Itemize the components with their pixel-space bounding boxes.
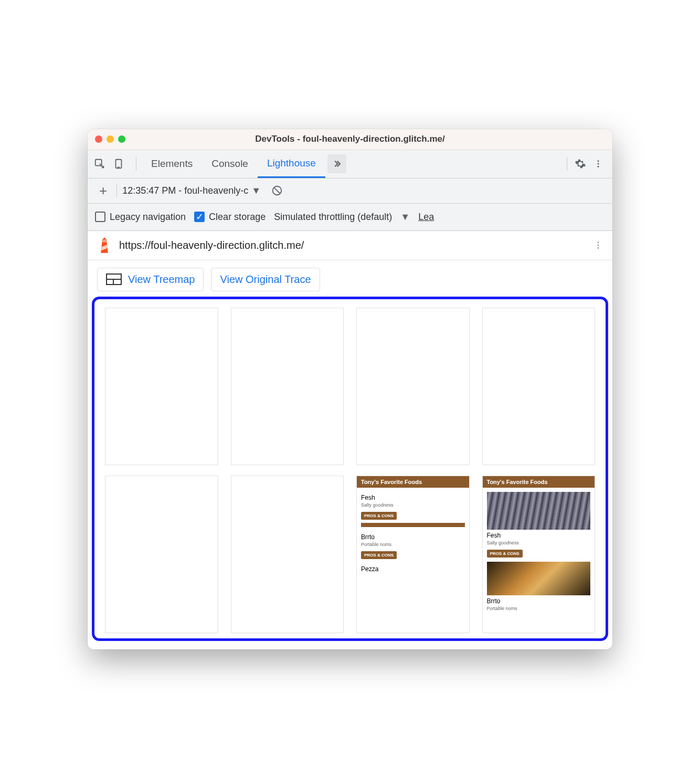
block-icon <box>271 185 283 196</box>
preview-header: Tony's Favorite Foods <box>357 476 469 488</box>
treemap-icon <box>106 274 122 285</box>
svg-point-9 <box>598 241 599 243</box>
kebab-icon <box>593 159 603 169</box>
legacy-nav-label: Legacy navigation <box>110 212 186 223</box>
preview-pros-cons-button: PROS & CONS <box>361 512 397 520</box>
report-toolbar: + 12:35:47 PM - foul-heavenly-c ▼ <box>88 178 612 204</box>
devtools-window: DevTools - foul-heavenly-direction.glitc… <box>88 129 612 649</box>
gear-icon <box>575 158 586 170</box>
preview-title: Fesh <box>487 530 591 540</box>
chevron-right-double-icon <box>332 159 342 169</box>
report-url: https://foul-heavenly-direction.glitch.m… <box>119 239 586 251</box>
clear-storage-option[interactable]: ✓ Clear storage <box>194 212 266 223</box>
preview-subtitle: Salty goodness <box>487 540 591 548</box>
new-report-button[interactable]: + <box>95 183 111 199</box>
kebab-icon <box>593 240 603 250</box>
view-original-trace-button[interactable]: View Original Trace <box>211 268 320 291</box>
preview-image <box>361 523 465 527</box>
view-original-trace-label: View Original Trace <box>220 274 311 286</box>
clear-report-button[interactable] <box>271 185 283 196</box>
report-select-label: 12:35:47 PM - foul-heavenly-c <box>122 185 248 196</box>
separator <box>136 157 136 171</box>
checkbox-checked-icon[interactable]: ✓ <box>194 212 205 222</box>
preview-subtitle: Portable noms <box>487 606 591 613</box>
filmstrip-frame[interactable] <box>231 476 344 633</box>
settings-button[interactable] <box>572 156 588 172</box>
tab-elements[interactable]: Elements <box>142 150 202 178</box>
legacy-navigation-option[interactable]: Legacy navigation <box>95 212 186 223</box>
clear-storage-label: Clear storage <box>209 212 266 223</box>
preview-card: Pezza <box>361 563 465 574</box>
svg-rect-8 <box>102 240 107 243</box>
preview-pros-cons-button: PROS & CONS <box>487 550 523 558</box>
filmstrip-frame[interactable]: Tony's Favorite FoodsFeshSalty goodnessP… <box>356 476 470 633</box>
separator <box>116 184 117 197</box>
report-actions: View Treemap View Original Trace <box>88 260 612 297</box>
chevron-down-icon: ▼ <box>400 212 410 223</box>
throttling-label: Simulated throttling (default) <box>274 212 392 223</box>
inspect-icon[interactable] <box>94 158 105 170</box>
preview-card: BrrtoPortable nomsPROS & CONS <box>361 531 465 559</box>
learn-more-link[interactable]: Lea <box>418 212 434 223</box>
tab-lighthouse[interactable]: Lighthouse <box>258 150 325 178</box>
filmstrip-frame[interactable] <box>482 308 596 465</box>
svg-point-4 <box>598 163 599 165</box>
svg-point-11 <box>598 247 599 249</box>
filmstrip-frame[interactable]: Tony's Favorite FoodsFeshSalty goodnessP… <box>482 476 596 633</box>
svg-point-10 <box>598 245 599 246</box>
chevron-down-icon: ▼ <box>251 185 261 196</box>
throttling-select[interactable]: Simulated throttling (default) <box>274 212 392 223</box>
svg-line-7 <box>274 187 280 194</box>
svg-point-3 <box>598 160 599 162</box>
lighthouse-icon <box>97 236 112 254</box>
more-panels-button[interactable] <box>327 154 346 173</box>
panels-bar: ElementsConsoleLighthouse <box>88 150 612 178</box>
preview-title: Fesh <box>361 492 465 502</box>
preview-title: Brrto <box>487 595 591 606</box>
device-toggle-icon[interactable] <box>113 158 124 170</box>
filmstrip-frame[interactable] <box>231 308 344 465</box>
preview-header: Tony's Favorite Foods <box>483 476 595 488</box>
checkbox-unchecked-icon[interactable] <box>95 212 105 222</box>
preview-card: FeshSalty goodnessPROS & CONS <box>487 492 591 558</box>
preview-image <box>487 492 591 530</box>
view-treemap-button[interactable]: View Treemap <box>97 268 204 291</box>
svg-point-5 <box>598 166 599 167</box>
filmstrip-frame[interactable] <box>356 308 470 465</box>
filmstrip-highlight: Tony's Favorite FoodsFeshSalty goodnessP… <box>92 297 608 641</box>
separator <box>567 157 567 171</box>
report-menu-button[interactable] <box>593 240 603 250</box>
lighthouse-options-bar: Legacy navigation ✓ Clear storage Simula… <box>88 204 612 231</box>
preview-subtitle: Portable noms <box>361 542 465 549</box>
titlebar: DevTools - foul-heavenly-direction.glitc… <box>88 129 612 150</box>
more-menu-button[interactable] <box>590 156 606 172</box>
filmstrip-frame[interactable] <box>105 476 218 633</box>
report-select[interactable]: 12:35:47 PM - foul-heavenly-c ▼ <box>122 185 261 196</box>
tab-console[interactable]: Console <box>202 150 258 178</box>
preview-image <box>487 562 591 595</box>
preview-title: Brrto <box>361 531 465 542</box>
preview-title: Pezza <box>361 563 465 574</box>
filmstrip-frame[interactable] <box>105 308 218 465</box>
preview-card: BrrtoPortable noms <box>487 562 591 613</box>
preview-pros-cons-button: PROS & CONS <box>361 551 397 559</box>
preview-subtitle: Salty goodness <box>361 502 465 510</box>
view-treemap-label: View Treemap <box>128 274 195 286</box>
preview-card: FeshSalty goodnessPROS & CONS <box>361 492 465 527</box>
url-bar: https://foul-heavenly-direction.glitch.m… <box>88 231 612 260</box>
window-title: DevTools - foul-heavenly-direction.glitc… <box>88 134 612 144</box>
